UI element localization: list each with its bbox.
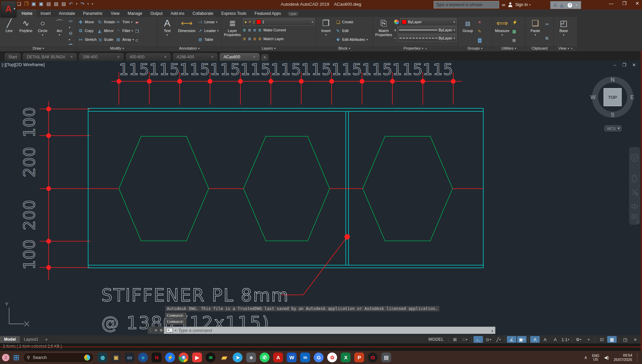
measure-button[interactable]: ⟺Measure▾ — [493, 18, 511, 45]
close-tab-icon[interactable]: ✕ — [164, 55, 166, 59]
file-tab-a298-400[interactable]: A298-400✕ — [172, 53, 218, 61]
taskbar-icon-chrome[interactable] — [179, 353, 188, 362]
scale-caret-icon[interactable]: ▾ — [568, 338, 569, 341]
doc-restore-icon[interactable]: ❐ — [622, 62, 626, 67]
taskbar-icon-spotify[interactable]: ≋ — [206, 353, 215, 362]
match-layer-button[interactable]: Match Layer — [263, 37, 284, 41]
hexagon-opening-1[interactable] — [119, 136, 209, 241]
snap-toggle[interactable]: ∷▾ — [460, 336, 470, 343]
text-button[interactable]: AText▾ — [158, 18, 176, 45]
panel-label-utilities[interactable]: Utilities▾ — [492, 45, 525, 51]
scale-button[interactable]: ⇲Scale — [97, 35, 115, 44]
quick-calculator-icon[interactable]: ⊞ — [512, 38, 517, 43]
customization-menu-button[interactable]: ≡ — [631, 336, 640, 343]
arc-button[interactable]: ⌒Arc▾ — [51, 18, 68, 45]
fillet-button[interactable]: ◝Fillet▾ — [115, 26, 134, 35]
panel-label-clipboard[interactable]: Clipboard — [525, 45, 554, 51]
beam-outline[interactable] — [88, 108, 483, 268]
array-button[interactable]: ⊞Array▾ — [115, 35, 134, 44]
taskbar-icon-messenger[interactable]: ⚡ — [165, 353, 175, 362]
taskbar-icon-media-app[interactable]: ◍ — [98, 353, 107, 362]
taskbar-icon-google[interactable]: G — [314, 353, 324, 362]
drawing-canvas[interactable]: 115115 115115 115115 115115 115115 115 — [0, 61, 642, 335]
annotation-scale-button[interactable]: 1:1▾ — [561, 336, 570, 343]
snap-caret-icon[interactable]: ▾ — [466, 338, 467, 341]
new-layout-button[interactable]: + — [42, 337, 50, 342]
circle-button[interactable]: ○Circle▾ — [34, 18, 51, 45]
move-button[interactable]: ✥Move — [78, 18, 97, 26]
close-tab-icon[interactable]: ✕ — [117, 55, 120, 59]
file-tab-400-600[interactable]: 400-600✕ — [125, 53, 171, 61]
panel-label-properties[interactable]: Properties▾↘ — [373, 45, 458, 51]
layer-freeze-icon[interactable]: ≣ — [253, 28, 256, 32]
hardware-acceleration-toggle[interactable]: ▦ — [607, 336, 617, 343]
panel-label-modify[interactable]: Modify▾ — [77, 45, 157, 51]
taskbar-icon-monitor[interactable]: ▭ — [125, 353, 134, 362]
annotation-sc-toggle[interactable]: A — [550, 336, 560, 343]
help-icon[interactable]: ? — [567, 2, 573, 8]
linetype-dropdown[interactable]: ByLayer▾ — [398, 34, 457, 42]
leader-button[interactable]: ↗Leader▾ — [198, 26, 219, 35]
recent-commands-caret-icon[interactable]: ▾ — [175, 329, 176, 332]
tray-hidden-icons-button[interactable]: ∧ — [584, 355, 587, 360]
panel-label-annotation[interactable]: Annotation▾ — [157, 45, 221, 51]
layer-unisolate-icon[interactable]: ≣ — [243, 37, 246, 41]
panel-label-draw[interactable]: Draw▾ — [0, 45, 77, 51]
application-menu-button[interactable]: A▾ — [1, 1, 16, 18]
command-expand-icon[interactable]: ▴ — [491, 329, 493, 332]
ribbon-tab-home[interactable]: Home — [18, 10, 36, 17]
annotation-visibility-toggle[interactable]: A — [530, 336, 540, 343]
start-button[interactable]: ⊞ — [13, 353, 19, 362]
hexagonal-openings[interactable] — [119, 136, 453, 241]
taskbar-icon-netflix[interactable]: N — [152, 353, 161, 362]
taskbar-icon-word[interactable]: W — [287, 353, 297, 362]
layer-walk-icon[interactable]: ≣ — [258, 37, 261, 41]
crosshair-button[interactable]: + — [584, 336, 593, 343]
mirror-button[interactable]: ◭Mirror — [97, 26, 115, 35]
layer-lock-icon[interactable]: ≣ — [258, 28, 261, 32]
group-edit-icon[interactable]: ✎ — [478, 29, 482, 34]
panel-label-groups[interactable]: Groups▾ — [458, 45, 492, 51]
viewcube-south[interactable]: S — [611, 112, 614, 118]
taskbar-icon-autocad[interactable]: A — [273, 353, 283, 362]
offset-icon[interactable]: ⊂ — [135, 38, 139, 43]
ungroup-icon[interactable]: ✕ — [478, 20, 482, 25]
maximize-button[interactable]: ❐ — [622, 1, 627, 6]
clean-screen-button[interactable]: ◳ — [620, 336, 630, 343]
command-customize-icon[interactable]: ⚙ — [159, 328, 163, 333]
taskbar-icon-opera[interactable]: O — [368, 353, 378, 362]
osnap-caret-icon[interactable]: ▾ — [523, 338, 525, 341]
viewcube-north[interactable]: N — [611, 77, 615, 83]
linear-button[interactable]: ⊣Linear▾ — [198, 18, 219, 26]
viewcube[interactable]: TOP N S W E WCS — [590, 77, 634, 131]
edit-attributes-button[interactable]: ❖Edit Attributes▾ — [335, 35, 368, 44]
file-tab-start[interactable]: Start — [4, 53, 21, 61]
ribbon-tab-collaborate[interactable]: Collaborate — [188, 10, 217, 17]
ortho-toggle[interactable]: ∟ — [473, 336, 483, 343]
line-button[interactable]: ╱Line — [1, 18, 17, 45]
insert-block-button[interactable]: ❐Insert▾ — [317, 18, 335, 45]
close-button[interactable]: ✕ — [635, 1, 639, 6]
layout1-tab[interactable]: Layout1 — [20, 336, 43, 343]
group-button[interactable]: ⧈Group — [459, 18, 477, 45]
taskbar-icon-folder[interactable]: ▰ — [219, 353, 229, 362]
layer-isolate-icon[interactable]: ≣ — [248, 28, 251, 32]
model-tab[interactable]: Model — [0, 336, 20, 343]
table-button[interactable]: ⊞Table — [198, 35, 219, 44]
model-space-badge[interactable]: MODEL — [426, 337, 446, 342]
taskbar-icon-youtube[interactable]: ▶ — [192, 353, 202, 362]
search-binoculars-icon[interactable]: ∞ — [502, 2, 505, 7]
sign-in-button[interactable]: Sign In▾ — [515, 2, 531, 7]
taskbar-icon-whatsapp[interactable]: ✆ — [260, 353, 269, 362]
volume-icon[interactable]: ◀) — [604, 355, 609, 360]
lineweight-dropdown[interactable]: ByLayer▾ — [397, 26, 457, 34]
panel-label-layers[interactable]: Layers▾ — [222, 45, 316, 51]
taskbar-icon-linkedin[interactable]: in — [300, 353, 310, 362]
trim-button[interactable]: ✂Trim▾ — [115, 18, 134, 26]
hexagon-opening-2[interactable] — [243, 136, 330, 241]
viewcube-east[interactable]: E — [630, 94, 634, 101]
file-tab-298-400[interactable]: 298-400✕ — [78, 53, 124, 61]
selection-highlight-icon[interactable]: ▩ — [512, 29, 517, 34]
taskbar-icon-printer[interactable]: ▤ — [381, 353, 391, 362]
polar-caret-icon[interactable]: ▾ — [490, 338, 491, 341]
